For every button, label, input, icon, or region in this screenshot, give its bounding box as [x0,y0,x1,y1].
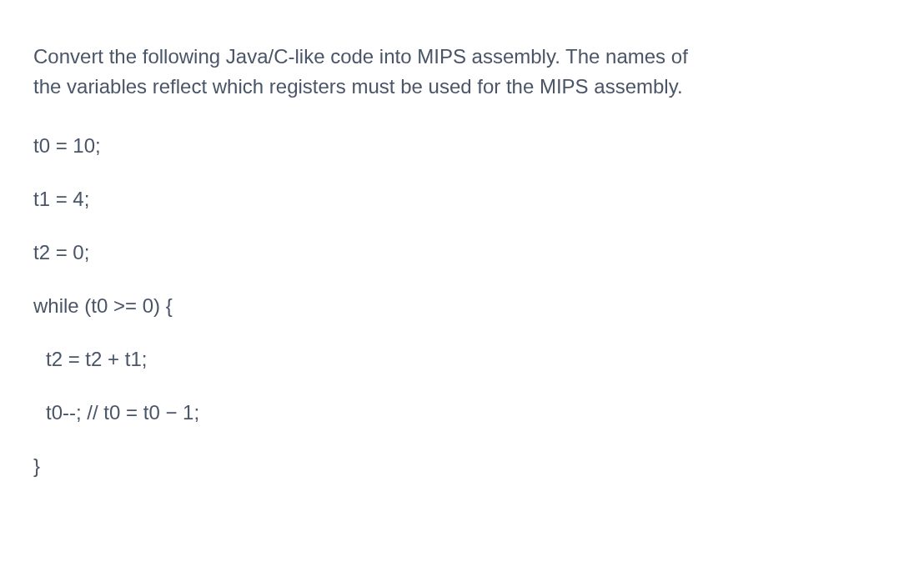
code-line-5: t2 = t2 + t1; [33,344,891,374]
code-line-2: t1 = 4; [33,184,891,214]
prompt-line-1: Convert the following Java/C-like code i… [33,42,891,72]
code-line-3: t2 = 0; [33,238,891,268]
code-line-1: t0 = 10; [33,131,891,161]
code-line-4: while (t0 >= 0) { [33,291,891,321]
question-prompt: Convert the following Java/C-like code i… [33,42,891,102]
prompt-line-2: the variables reflect which registers mu… [33,72,891,102]
code-line-7: } [33,451,891,481]
code-line-6: t0--; // t0 = t0 − 1; [33,398,891,428]
